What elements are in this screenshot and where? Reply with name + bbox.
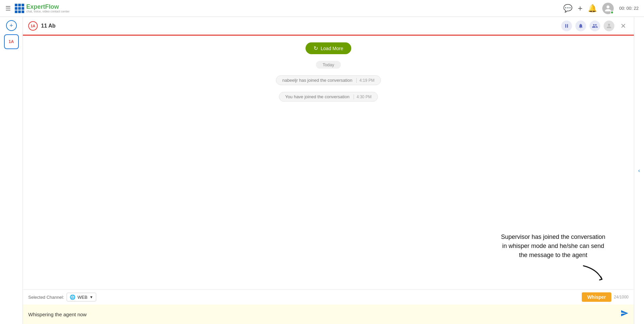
avatar-wrap[interactable] bbox=[602, 3, 614, 14]
logo-dot bbox=[18, 7, 21, 10]
left-sidebar: + 1A bbox=[0, 17, 23, 324]
bell-icon[interactable]: 🔔 bbox=[588, 4, 597, 13]
person-button[interactable] bbox=[604, 21, 614, 31]
hamburger-icon[interactable]: ☰ bbox=[5, 5, 11, 12]
pause-button[interactable] bbox=[561, 21, 572, 31]
conversation-panel: 1A 11 Ab ✕ ↻ bbox=[23, 17, 634, 324]
right-panel-toggle[interactable]: ‹ bbox=[634, 17, 644, 324]
top-header: ☰ ExpertFlow chat, voice, video contact … bbox=[0, 0, 644, 17]
channel-emoji: 🌐 bbox=[70, 294, 75, 300]
notification-button[interactable] bbox=[575, 21, 586, 31]
logo-part1: Expert bbox=[26, 3, 45, 10]
annotation-container: Supervisor has joined the conversation i… bbox=[499, 232, 607, 283]
chat-area: ↻ Load More Today nabeeljr has joined th… bbox=[23, 36, 634, 289]
char-count: 24/1000 bbox=[614, 295, 629, 299]
chat-input[interactable] bbox=[28, 312, 617, 317]
send-button[interactable] bbox=[620, 309, 629, 319]
channel-select-wrap: Selected Channel: 🌐 WEB ▼ bbox=[28, 293, 96, 301]
chat-tab-label: 1A bbox=[9, 39, 14, 44]
refresh-icon: ↻ bbox=[314, 45, 318, 51]
whisper-button[interactable]: Whisper bbox=[582, 292, 611, 302]
whisper-section: Whisper 24/1000 bbox=[582, 292, 629, 302]
chat-tab-1a[interactable]: 1A bbox=[4, 34, 19, 49]
logo-dots bbox=[15, 4, 24, 13]
conversation-title-area: 1A 11 Ab bbox=[28, 21, 56, 31]
load-more-button[interactable]: ↻ Load More bbox=[306, 42, 351, 54]
logo-dot bbox=[15, 4, 17, 6]
chevron-left-icon: ‹ bbox=[638, 168, 640, 174]
conversation-header: 1A 11 Ab ✕ bbox=[23, 17, 634, 36]
main-area: + 1A 1A 11 Ab bbox=[0, 17, 644, 324]
online-indicator bbox=[610, 11, 614, 14]
logo-text: ExpertFlow chat, voice, video contact ce… bbox=[26, 4, 70, 13]
system-message-text-1: nabeeljr has joined the conversation bbox=[282, 78, 352, 83]
system-message-1: nabeeljr has joined the conversation 4:1… bbox=[276, 75, 381, 85]
system-message-time-2: 4:30 PM bbox=[354, 95, 372, 99]
logo-dot bbox=[15, 10, 17, 13]
logo-dot bbox=[22, 4, 24, 6]
date-badge: Today bbox=[316, 61, 341, 69]
header-left: ☰ ExpertFlow chat, voice, video contact … bbox=[5, 4, 70, 13]
annotation-arrow-wrap bbox=[499, 262, 607, 283]
channel-label: Selected Channel: bbox=[28, 295, 64, 300]
logo-dot bbox=[18, 10, 21, 13]
add-icon[interactable]: + bbox=[578, 4, 582, 13]
channel-dropdown[interactable]: 🌐 WEB ▼ bbox=[67, 293, 96, 301]
system-message-time-1: 4:19 PM bbox=[356, 78, 374, 83]
session-timer: 00: 00: 22 bbox=[619, 6, 639, 11]
logo-dot bbox=[18, 4, 21, 6]
chat-icon[interactable]: 💬 bbox=[563, 4, 572, 13]
chat-spacer: Supervisor has joined the conversation i… bbox=[36, 108, 620, 283]
channel-row: Selected Channel: 🌐 WEB ▼ Whisper 24/100… bbox=[23, 290, 634, 304]
bottom-area: Selected Channel: 🌐 WEB ▼ Whisper 24/100… bbox=[23, 289, 634, 324]
annotation-text: Supervisor has joined the conversation i… bbox=[499, 232, 607, 260]
input-row bbox=[23, 304, 634, 324]
annotation-arrow-icon bbox=[580, 262, 607, 283]
conversation-actions: ✕ bbox=[561, 21, 629, 31]
logo-name: ExpertFlow bbox=[26, 4, 70, 10]
chevron-down-icon: ▼ bbox=[90, 295, 93, 299]
logo-part2: Flow bbox=[45, 3, 59, 10]
logo-dot bbox=[15, 7, 17, 10]
logo-dot bbox=[22, 7, 24, 10]
close-button[interactable]: ✕ bbox=[618, 21, 629, 31]
conversation-badge: 1A bbox=[28, 21, 38, 31]
svg-rect-1 bbox=[567, 24, 568, 28]
conversation-title: 11 Ab bbox=[41, 23, 56, 29]
load-more-label: Load More bbox=[321, 46, 343, 51]
channel-name: WEB bbox=[77, 295, 87, 300]
logo-dot bbox=[22, 10, 24, 13]
new-conversation-button[interactable]: + bbox=[6, 20, 17, 31]
header-right: 💬 + 🔔 00: 00: 22 bbox=[563, 3, 639, 14]
group-button[interactable] bbox=[589, 21, 600, 31]
system-message-2: You have joined the conversation 4:30 PM bbox=[279, 92, 378, 102]
system-message-text-2: You have joined the conversation bbox=[285, 94, 350, 99]
logo-subtitle: chat, voice, video contact center bbox=[26, 10, 70, 13]
logo-area: ExpertFlow chat, voice, video contact ce… bbox=[15, 4, 70, 13]
svg-rect-0 bbox=[565, 24, 566, 28]
